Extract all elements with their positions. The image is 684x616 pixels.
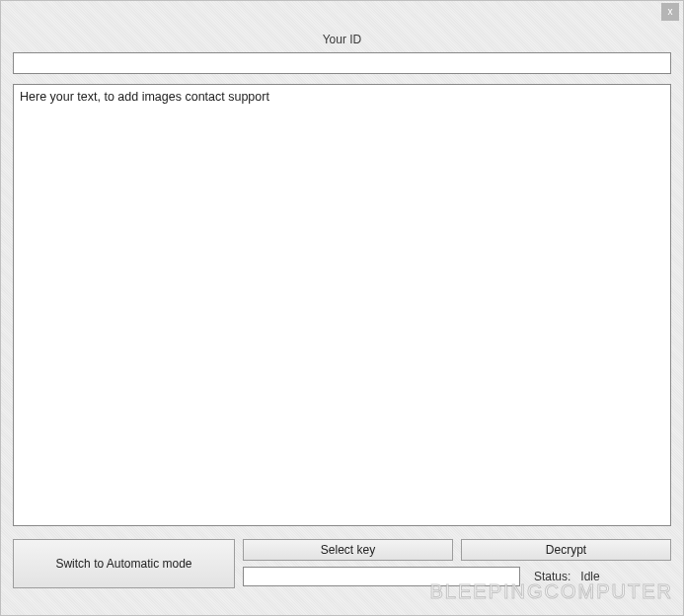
status-display: Status: Idle: [528, 567, 671, 586]
key-path-input[interactable]: [243, 567, 520, 586]
right-bottom-row: Status: Idle: [243, 567, 671, 586]
content-area: Your ID Here your text, to add images co…: [1, 25, 683, 598]
message-textarea[interactable]: Here your text, to add images contact su…: [13, 84, 671, 526]
switch-mode-button[interactable]: Switch to Automatic mode: [13, 539, 235, 588]
select-key-button[interactable]: Select key: [243, 539, 453, 561]
right-column: Select key Decrypt Status: Idle: [243, 539, 671, 588]
your-id-label: Your ID: [13, 33, 671, 46]
bottom-controls: Switch to Automatic mode Select key Decr…: [13, 539, 671, 588]
your-id-input[interactable]: [13, 52, 671, 74]
titlebar: x: [1, 1, 683, 25]
status-label: Status:: [534, 570, 570, 583]
close-button[interactable]: x: [661, 3, 679, 21]
app-window: x Your ID Here your text, to add images …: [0, 0, 684, 616]
status-value: Idle: [580, 570, 599, 583]
right-top-row: Select key Decrypt: [243, 539, 671, 561]
decrypt-button[interactable]: Decrypt: [461, 539, 671, 561]
